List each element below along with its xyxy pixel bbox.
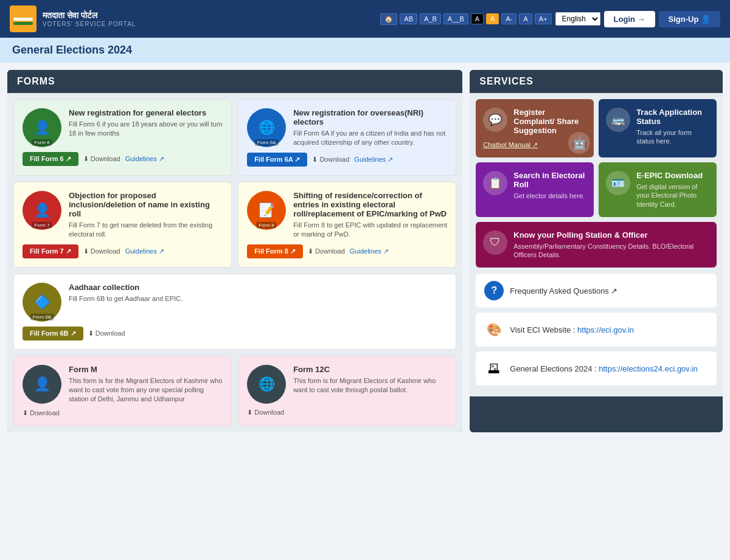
form6b-desc: Fill Form 6B to get Aadhaar and EPIC. bbox=[69, 294, 182, 303]
polling-title: Know your Polling Station & Officer bbox=[513, 230, 709, 240]
forms-grid: 👤 Form 6 New registration for general el… bbox=[7, 93, 462, 432]
polling-content: Know your Polling Station & Officer Asse… bbox=[513, 230, 709, 260]
service-card-track[interactable]: 🚌 Track Application Status Track all you… bbox=[599, 99, 717, 157]
service-card-polling[interactable]: 🛡 Know your Polling Station & Officer As… bbox=[476, 222, 717, 268]
form12c-title: Form 12C bbox=[293, 365, 447, 374]
elections-icon: 🗳 bbox=[484, 359, 504, 378]
guidelines-form7-button[interactable]: Guidelines ↗ bbox=[125, 247, 164, 255]
search-electoral-icon: 📋 bbox=[483, 171, 507, 195]
form8-header: 📝 Form 8 Shifting of residence/correctio… bbox=[247, 191, 447, 240]
font-btn-a-normal[interactable]: A bbox=[486, 13, 499, 24]
site-name-english: VOTERS' SERVICE PORTAL bbox=[43, 21, 136, 27]
form8-body: Shifting of residence/correction of entr… bbox=[293, 191, 447, 240]
download-form6a-button[interactable]: ⬇ Download bbox=[312, 156, 349, 164]
form12c-icon: 🌐 bbox=[247, 365, 286, 404]
fill-form7-button[interactable]: Fill Form 7 ↗ bbox=[23, 244, 78, 258]
form7-body: Objection for proposed inclusion/deletio… bbox=[69, 191, 223, 240]
form6b-icon: 🔷 Form 6B bbox=[23, 283, 61, 322]
form7-desc: Fill Form 7 to get name deleted from the… bbox=[69, 221, 223, 240]
service-card-complaint[interactable]: 💬 Register Complaint/ Share Suggestion C… bbox=[476, 99, 594, 157]
download-form6b-button[interactable]: ⬇ Download bbox=[88, 330, 125, 337]
header: मतदाता सेवा पोर्टल VOTERS' SERVICE PORTA… bbox=[0, 0, 730, 38]
header-title: मतदाता सेवा पोर्टल VOTERS' SERVICE PORTA… bbox=[43, 10, 136, 27]
eci-row: 🎨 Visit ECI Website : https://eci.gov.in bbox=[476, 313, 717, 347]
fill-form6b-button[interactable]: Fill Form 6B ↗ bbox=[23, 327, 83, 340]
signup-button[interactable]: Sign-Up 👤 bbox=[659, 11, 720, 27]
language-selector[interactable]: English हिंदी bbox=[555, 12, 600, 26]
track-inner: 🚌 Track Application Status Track all you… bbox=[606, 108, 709, 146]
form7-icon: 👤 Form 7 bbox=[23, 191, 61, 230]
elections-text: General Elections 2024 : https://electio… bbox=[510, 364, 697, 373]
download-form12c-button[interactable]: ⬇ Download bbox=[247, 409, 284, 417]
formM-actions: ⬇ Download bbox=[23, 409, 223, 417]
form12c-header: 🌐 Form 12C This form is for Migrant Elec… bbox=[247, 365, 447, 404]
complaint-icon: 💬 bbox=[483, 108, 507, 132]
form12c-actions: ⬇ Download bbox=[247, 409, 447, 417]
faq-icon: ? bbox=[484, 281, 504, 300]
fill-form6a-button[interactable]: Fill Form 6A ↗ bbox=[247, 153, 307, 167]
eci-label: Visit ECI Website : bbox=[510, 325, 577, 334]
forms-section-title: FORMS bbox=[7, 70, 462, 93]
home-button[interactable]: 🏠 bbox=[380, 13, 397, 25]
font-btn-a-plus[interactable]: A+ bbox=[535, 13, 552, 24]
epic-inner: 🪪 E-EPIC Download Get digital version of… bbox=[606, 171, 709, 209]
service-card-search[interactable]: 📋 Search in Electoral Roll Get elector d… bbox=[476, 162, 594, 217]
font-btn-ab[interactable]: AB bbox=[400, 13, 417, 24]
form12c-desc: This form is for Migrant Electors of Kas… bbox=[293, 376, 447, 395]
faq-row[interactable]: ? Frequently Asked Questions ↗ bbox=[476, 274, 717, 308]
form8-title: Shifting of residence/correction of entr… bbox=[293, 191, 447, 218]
font-btn-a-same[interactable]: A bbox=[519, 13, 532, 24]
download-formM-button[interactable]: ⬇ Download bbox=[23, 409, 60, 417]
download-form6-button[interactable]: ⬇ Download bbox=[83, 155, 120, 163]
form6-icon: 👤 Form 6 bbox=[23, 108, 61, 147]
form6a-title: New registration for overseas(NRI) elect… bbox=[293, 108, 447, 126]
download-form8-button[interactable]: ⬇ Download bbox=[308, 247, 345, 255]
form7-actions: Fill Form 7 ↗ ⬇ Download Guidelines ↗ bbox=[23, 244, 223, 258]
formM-desc: This form is for the Migrant Electors of… bbox=[69, 376, 223, 404]
guidelines-form6-button[interactable]: Guidelines ↗ bbox=[125, 155, 164, 163]
service-card-epic[interactable]: 🪪 E-EPIC Download Get digital version of… bbox=[599, 162, 717, 217]
form6a-actions: Fill Form 6A ↗ ⬇ Download Guidelines ↗ bbox=[247, 153, 447, 167]
form-card-form6b: 🔷 Form 6B Aadhaar collection Fill Form 6… bbox=[13, 274, 456, 350]
font-btn-a-minus[interactable]: A- bbox=[501, 13, 516, 24]
form8-icon: 📝 Form 8 bbox=[247, 191, 286, 230]
epic-desc: Get digital version of your Electoral Ph… bbox=[636, 182, 709, 209]
chatbot-avatar: 🤖 bbox=[568, 132, 590, 154]
download-form7-button[interactable]: ⬇ Download bbox=[83, 247, 120, 255]
form6-header: 👤 Form 6 New registration for general el… bbox=[23, 108, 223, 147]
elections-link[interactable]: https://elections24.eci.gov.in bbox=[599, 364, 697, 373]
font-btn-a--b[interactable]: A__B bbox=[443, 13, 468, 24]
guidelines-form6a-button[interactable]: Guidelines ↗ bbox=[354, 156, 393, 164]
form-card-formM: 👤 Form M This form is for the Migrant El… bbox=[13, 356, 232, 426]
form6b-header: 🔷 Form 6B Aadhaar collection Fill Form 6… bbox=[23, 283, 447, 322]
font-btn-a-b[interactable]: A_B bbox=[420, 13, 441, 24]
form6b-body: Aadhaar collection Fill Form 6B to get A… bbox=[69, 283, 182, 303]
services-section-title: SERVICES bbox=[470, 70, 723, 93]
form6a-desc: Fill Form 6A if you are a citizen of Ind… bbox=[293, 129, 447, 148]
forms-section: FORMS 👤 Form 6 New registration for gene… bbox=[7, 70, 462, 432]
form6-desc: Fill Form 6 if you are 18 years above or… bbox=[69, 120, 223, 139]
search-title: Search in Electoral Roll bbox=[513, 171, 586, 189]
main-layout: FORMS 👤 Form 6 New registration for gene… bbox=[0, 63, 730, 440]
guidelines-form8-button[interactable]: Guidelines ↗ bbox=[350, 247, 389, 255]
form6a-header: 🌐 Form 6A New registration for overseas(… bbox=[247, 108, 447, 148]
election-banner: General Elections 2024 bbox=[0, 38, 730, 63]
font-btn-a-contrast[interactable]: A bbox=[471, 13, 484, 24]
login-button[interactable]: Login → bbox=[604, 11, 655, 27]
faq-label: Frequently Asked Questions ↗ bbox=[510, 286, 617, 296]
search-desc: Get elector details here. bbox=[513, 192, 586, 200]
auth-buttons: Login → Sign-Up 👤 bbox=[604, 11, 720, 27]
form6a-icon: 🌐 Form 6A bbox=[247, 108, 286, 147]
track-icon: 🚌 bbox=[606, 108, 630, 132]
form-card-form7: 👤 Form 7 Objection for proposed inclusio… bbox=[13, 182, 232, 268]
site-name-hindi: मतदाता सेवा पोर्टल bbox=[43, 10, 136, 21]
fill-form6-button[interactable]: Fill Form 6 ↗ bbox=[23, 152, 78, 166]
election-title: General Elections 2024 bbox=[12, 44, 132, 56]
form8-actions: Fill Form 8 ↗ ⬇ Download Guidelines ↗ bbox=[247, 244, 447, 258]
form6b-actions: Fill Form 6B ↗ ⬇ Download bbox=[23, 327, 447, 340]
eci-text: Visit ECI Website : https://eci.gov.in bbox=[510, 325, 634, 334]
eci-link[interactable]: https://eci.gov.in bbox=[577, 325, 634, 334]
services-section: SERVICES 💬 Register Complaint/ Share Sug… bbox=[470, 70, 723, 432]
formM-header: 👤 Form M This form is for the Migrant El… bbox=[23, 365, 223, 404]
fill-form8-button[interactable]: Fill Form 8 ↗ bbox=[247, 244, 303, 258]
